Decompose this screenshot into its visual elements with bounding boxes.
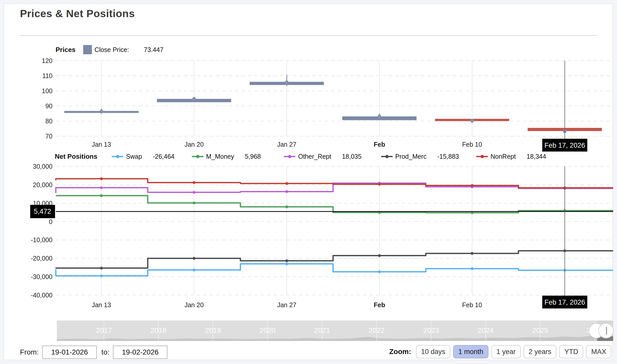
series-line-m_money[interactable] <box>56 196 613 213</box>
svg-text:5,472: 5,472 <box>34 208 51 215</box>
zoom-button-ytd[interactable]: YTD <box>559 345 583 358</box>
candle-feb[interactable] <box>342 114 417 120</box>
from-label: From: <box>20 348 39 356</box>
charts-canvas: 120110100908070Jan 13Jan 20Jan 27FebFeb … <box>0 0 617 364</box>
svg-text:2024: 2024 <box>478 326 494 334</box>
svg-text:Jan 20: Jan 20 <box>184 301 204 308</box>
svg-text:Jan 13: Jan 13 <box>92 301 111 308</box>
svg-text:100: 100 <box>42 87 52 94</box>
candle-jan-13[interactable] <box>64 109 139 114</box>
series-point-prod_merc[interactable] <box>285 259 288 262</box>
series-line-prod_merc[interactable] <box>56 251 613 268</box>
crosshair-value-label: 5,472 <box>30 205 55 218</box>
series-point-nonrept[interactable] <box>378 183 381 186</box>
navigator[interactable]: 2017201820192020202120222023202420252026 <box>57 320 613 341</box>
svg-text:-40,000: -40,000 <box>31 292 52 299</box>
series-point-other_rept[interactable] <box>285 190 288 193</box>
series-point-nonrept[interactable] <box>285 182 288 185</box>
svg-text:2018: 2018 <box>151 326 166 334</box>
to-date-input[interactable] <box>113 346 167 359</box>
svg-text:120: 120 <box>42 57 52 64</box>
svg-text:Feb 10: Feb 10 <box>462 141 482 148</box>
svg-text:2025: 2025 <box>532 326 548 334</box>
series-point-m_money[interactable] <box>193 201 196 204</box>
series-point-prod_merc[interactable] <box>378 254 381 257</box>
svg-text:Feb 17, 2026: Feb 17, 2026 <box>544 142 585 149</box>
series-point-prod_merc[interactable] <box>193 257 196 260</box>
series-point-swap[interactable] <box>378 270 381 273</box>
zoom-button-2-years[interactable]: 2 years <box>524 345 557 358</box>
from-date-input[interactable] <box>42 346 97 359</box>
zoom-label: Zoom: <box>389 348 411 356</box>
zoom-controls: Zoom: 10 days1 month1 year2 yearsYTDMAX <box>389 345 611 358</box>
svg-text:Jan 13: Jan 13 <box>92 141 111 148</box>
series-point-nonrept[interactable] <box>471 184 474 187</box>
date-tooltip-net: Feb 17, 2026 <box>542 296 587 308</box>
to-label: to: <box>101 348 109 356</box>
zoom-button-1-year[interactable]: 1 year <box>491 345 521 358</box>
svg-text:0: 0 <box>49 218 52 225</box>
svg-text:30,000: 30,000 <box>33 163 52 170</box>
svg-text:2020: 2020 <box>260 326 275 334</box>
zoom-button-max[interactable]: MAX <box>586 345 611 358</box>
svg-text:Jan 27: Jan 27 <box>277 301 296 308</box>
net-positions-chart: 30,00020,00010,0000-10,000-20,000-30,000… <box>30 163 613 308</box>
svg-text:90: 90 <box>45 102 52 110</box>
svg-text:70: 70 <box>45 133 52 140</box>
series-point-nonrept[interactable] <box>100 177 103 180</box>
series-point-swap[interactable] <box>285 262 288 265</box>
svg-text:2022: 2022 <box>369 326 385 334</box>
series-point-swap[interactable] <box>193 269 196 271</box>
svg-text:Jan 20: Jan 20 <box>184 141 204 148</box>
svg-text:2021: 2021 <box>314 326 330 334</box>
zoom-button-1-month[interactable]: 1 month <box>453 345 488 358</box>
series-point-prod_merc[interactable] <box>100 267 103 270</box>
svg-text:Feb 10: Feb 10 <box>462 301 482 308</box>
svg-text:Feb: Feb <box>374 141 385 148</box>
svg-text:-10,000: -10,000 <box>31 236 52 243</box>
svg-text:-30,000: -30,000 <box>31 273 52 280</box>
series-point-swap[interactable] <box>471 267 474 270</box>
navigator-handle-right[interactable] <box>599 323 613 338</box>
series-point-other_rept[interactable] <box>100 186 103 189</box>
svg-text:2019: 2019 <box>205 326 221 334</box>
svg-text:-20,000: -20,000 <box>31 255 52 262</box>
svg-text:20,000: 20,000 <box>33 181 52 188</box>
svg-text:110: 110 <box>42 72 52 79</box>
series-line-swap[interactable] <box>56 264 613 276</box>
series-point-swap[interactable] <box>100 274 103 277</box>
series-point-other_rept[interactable] <box>193 191 196 194</box>
series-point-m_money[interactable] <box>285 206 288 208</box>
date-tooltip-price: Feb 17, 2026 <box>542 139 587 152</box>
zoom-buttons: 10 days1 month1 year2 yearsYTDMAX <box>413 345 611 358</box>
svg-text:Feb: Feb <box>374 301 385 308</box>
svg-text:Jan 27: Jan 27 <box>277 141 296 148</box>
price-chart: 120110100908070Jan 13Jan 20Jan 27FebFeb … <box>42 57 613 152</box>
svg-text:2017: 2017 <box>96 326 112 334</box>
series-point-m_money[interactable] <box>100 194 103 197</box>
series-point-nonrept[interactable] <box>193 181 196 184</box>
candle-feb-10[interactable] <box>435 119 509 123</box>
candle-jan-20[interactable] <box>157 97 231 102</box>
candle-jan-27[interactable] <box>250 75 324 86</box>
series-point-prod_merc[interactable] <box>471 252 474 255</box>
svg-text:80: 80 <box>45 117 52 125</box>
date-range-controls: From: to: <box>20 346 167 359</box>
zoom-button-10-days[interactable]: 10 days <box>416 345 451 358</box>
svg-text:Feb 17, 2026: Feb 17, 2026 <box>544 298 585 306</box>
svg-text:2023: 2023 <box>423 326 439 334</box>
